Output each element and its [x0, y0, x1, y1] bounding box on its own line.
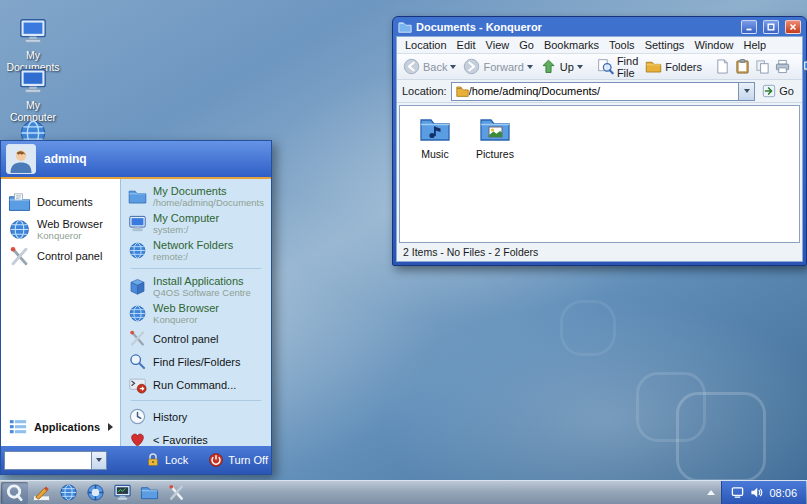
find-icon [128, 352, 147, 371]
launcher-system-monitor[interactable] [109, 482, 136, 504]
start-item-web-browser[interactable]: Web Browser Konqueror [121, 300, 271, 327]
computer-icon [18, 66, 48, 96]
launcher-web-browser[interactable] [55, 482, 82, 504]
start-item-my-computer[interactable]: My Computer system:/ [121, 210, 271, 237]
forward-icon [463, 58, 480, 75]
power-icon [208, 452, 224, 468]
menu-item-location[interactable]: Location [400, 38, 452, 52]
window-title: Documents - Konqueror [416, 21, 735, 33]
start-item-documents[interactable]: Documents [1, 189, 120, 216]
up-icon [540, 58, 557, 75]
back-button[interactable]: Back [400, 56, 459, 77]
location-combobox[interactable] [451, 82, 756, 101]
submenu-arrow-icon [108, 423, 113, 431]
find-file-icon [597, 58, 614, 75]
volume-tray-icon[interactable] [750, 486, 763, 499]
launcher-desktop-settings[interactable] [28, 482, 55, 504]
start-item-control-panel[interactable]: Control panel [1, 243, 120, 270]
start-item-run-command[interactable]: Run Command... [121, 373, 271, 396]
display-tray-icon[interactable] [731, 486, 744, 499]
menu-item-edit[interactable]: Edit [452, 38, 481, 52]
monitor-icon [113, 483, 132, 502]
globe-icon [128, 241, 147, 260]
folder-icon [128, 187, 147, 206]
folder-icon [454, 85, 467, 98]
menu-item-help[interactable]: Help [739, 38, 772, 52]
location-input[interactable] [469, 83, 739, 100]
start-item-my-documents[interactable]: My Documents /home/adminq/Documents [121, 183, 271, 210]
turn-off-button[interactable]: Turn Off [208, 452, 268, 468]
start-item-history[interactable]: History [121, 405, 271, 428]
minimize-button[interactable] [741, 20, 757, 34]
start-search-input[interactable] [5, 452, 91, 469]
chevron-down-icon [96, 458, 102, 462]
forward-button[interactable]: Forward [460, 56, 535, 77]
desktop-icon-my-documents[interactable]: My Documents [2, 16, 64, 73]
menu-item-window[interactable]: Window [689, 38, 738, 52]
user-avatar [6, 144, 36, 174]
clock[interactable]: 08:06 [769, 487, 797, 499]
menu-separator [131, 400, 261, 401]
tray-expand-icon[interactable] [707, 490, 715, 495]
start-menu-body: Documents Web Browser Konqueror Control … [1, 179, 271, 446]
up-button[interactable]: Up [537, 56, 586, 77]
menu-item-go[interactable]: Go [514, 38, 539, 52]
menu-item-view[interactable]: View [481, 38, 515, 52]
icon-view-button[interactable] [800, 57, 807, 76]
menu-item-settings[interactable]: Settings [640, 38, 690, 52]
titlebar[interactable]: Documents - Konqueror [396, 17, 803, 36]
desktop-icon-my-computer[interactable]: My Computer [2, 66, 64, 123]
wallpaper-decoration [676, 392, 766, 482]
menu-item-bookmarks[interactable]: Bookmarks [539, 38, 604, 52]
tools-icon [8, 245, 31, 268]
music-folder-icon [419, 113, 451, 145]
start-item-control-panel[interactable]: Control panel [121, 327, 271, 350]
start-item-applications[interactable]: Applications [1, 412, 120, 442]
computer-icon [128, 214, 147, 233]
applications-icon [8, 417, 28, 437]
file-item-music[interactable]: Music [406, 113, 464, 160]
icon-view-icon [802, 59, 807, 74]
pencil-icon [32, 483, 51, 502]
go-button[interactable]: Go [759, 83, 797, 99]
start-item-web-browser[interactable]: Web Browser Konqueror [1, 216, 120, 243]
paste-button[interactable] [733, 57, 752, 76]
launcher-konqueror[interactable] [82, 482, 109, 504]
start-item-install-applications[interactable]: Install Applications Q4OS Software Centr… [121, 273, 271, 300]
file-label: Music [406, 148, 464, 160]
close-button[interactable] [785, 20, 801, 34]
location-label: Location: [402, 85, 447, 97]
start-button[interactable] [1, 482, 28, 504]
printer-icon [775, 59, 790, 74]
start-item-network-folders[interactable]: Network Folders remote:/ [121, 237, 271, 264]
globe-icon [59, 483, 78, 502]
print-button[interactable] [773, 57, 792, 76]
launcher-control-panel[interactable] [163, 482, 190, 504]
menubar: Location Edit View Go Bookmarks Tools Se… [397, 37, 802, 54]
package-icon [128, 277, 147, 296]
folder-icon [140, 483, 159, 502]
start-menu-footer: Lock Turn Off [1, 446, 271, 474]
folders-button[interactable]: Folders [642, 56, 705, 77]
search-dropdown-button[interactable] [91, 452, 106, 469]
lock-button[interactable]: Lock [145, 452, 188, 468]
start-search-combobox[interactable] [4, 451, 107, 470]
tray-panel: 08:06 [721, 481, 806, 504]
find-file-button[interactable]: Find File [594, 53, 641, 81]
file-view[interactable]: Music Pictures [399, 105, 800, 243]
maximize-button[interactable] [763, 20, 779, 34]
system-tray: 08:06 [701, 481, 806, 504]
location-dropdown-button[interactable] [738, 83, 754, 100]
tools-icon [167, 483, 186, 502]
start-menu-right-column: My Documents /home/adminq/Documents My C… [121, 179, 271, 446]
globe-icon [128, 304, 147, 323]
new-document-button[interactable] [713, 57, 732, 76]
launcher-file-manager[interactable] [136, 482, 163, 504]
go-icon [762, 84, 776, 98]
pictures-folder-icon [479, 113, 511, 145]
start-item-find-files[interactable]: Find Files/Folders [121, 350, 271, 373]
copy-button[interactable] [753, 57, 772, 76]
menu-item-tools[interactable]: Tools [604, 38, 640, 52]
copy-icon [755, 59, 770, 74]
file-item-pictures[interactable]: Pictures [466, 113, 524, 160]
